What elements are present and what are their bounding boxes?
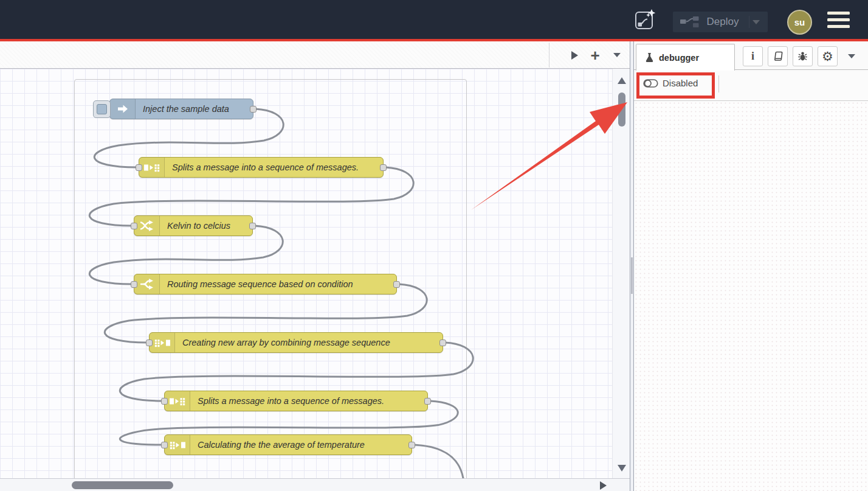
scroll-tabs-right-button[interactable] bbox=[564, 41, 585, 69]
sidebar-tabs: debugger i ⚙ bbox=[634, 41, 868, 70]
join-icon bbox=[150, 333, 175, 352]
flow-tabbar: + bbox=[0, 41, 630, 69]
inject-trigger-button[interactable] bbox=[93, 100, 111, 118]
sidebar-tab-debugger[interactable]: debugger bbox=[636, 44, 735, 71]
shuffle-icon bbox=[134, 216, 160, 235]
node-output-port[interactable] bbox=[393, 281, 400, 288]
sidebar-more-tabs-button[interactable] bbox=[845, 51, 858, 61]
flow-canvas[interactable]: Inject the sample dataSplits a message i… bbox=[0, 69, 630, 478]
user-avatar[interactable]: su bbox=[787, 10, 812, 35]
gear-icon: ⚙ bbox=[822, 50, 833, 63]
header-bar: Deploy su bbox=[0, 0, 868, 39]
hamburger-menu-icon bbox=[827, 12, 850, 28]
flow-assistant-icon bbox=[633, 8, 656, 31]
deploy-options-button[interactable] bbox=[749, 16, 763, 28]
fork-icon bbox=[134, 274, 160, 294]
node-input-port[interactable] bbox=[146, 340, 153, 346]
flow-node-change[interactable]: Kelvin to celcius bbox=[134, 215, 253, 236]
toolbar-separator bbox=[718, 75, 719, 92]
deploy-nodes-icon bbox=[680, 16, 699, 28]
vertical-scrollbar-thumb[interactable] bbox=[618, 92, 625, 127]
node-output-port[interactable] bbox=[439, 340, 446, 346]
node-input-port[interactable] bbox=[136, 164, 142, 171]
chevron-down-icon bbox=[752, 19, 760, 25]
sidebar: debugger i ⚙ Disabled bbox=[634, 41, 868, 491]
node-output-port[interactable] bbox=[408, 442, 415, 448]
add-flow-button[interactable]: + bbox=[585, 41, 605, 69]
node-label: Routing message sequence based on condit… bbox=[160, 279, 360, 289]
sidebar-tab-debug-button[interactable] bbox=[793, 46, 813, 66]
flow-node-split[interactable]: Splits a message into a sequence of mess… bbox=[139, 157, 384, 178]
split-icon bbox=[165, 391, 190, 411]
debugger-toolbar: Disabled bbox=[634, 70, 868, 101]
triangle-up-icon bbox=[617, 77, 627, 85]
node-input-port[interactable] bbox=[131, 223, 137, 229]
deploy-button[interactable]: Deploy bbox=[673, 12, 768, 32]
vertical-scrollbar[interactable] bbox=[612, 69, 630, 478]
flow-node-switch[interactable]: Routing message sequence based on condit… bbox=[134, 274, 397, 294]
flow-node-inject[interactable]: Inject the sample data bbox=[109, 99, 253, 119]
node-input-port[interactable] bbox=[161, 442, 168, 448]
inject-trigger-inner bbox=[97, 104, 107, 114]
flow-list-button[interactable] bbox=[608, 41, 626, 69]
debugger-toggle-label: Disabled bbox=[663, 78, 698, 88]
chevron-down-icon bbox=[847, 54, 856, 59]
chevron-down-icon bbox=[613, 52, 621, 58]
node-label: Splits a message into a sequence of mess… bbox=[165, 162, 366, 172]
scroll-up-button[interactable] bbox=[617, 76, 627, 85]
node-output-port[interactable] bbox=[424, 398, 431, 405]
node-output-port[interactable] bbox=[250, 106, 257, 113]
sidebar-tab-label: debugger bbox=[659, 53, 699, 63]
split-icon bbox=[139, 158, 165, 177]
node-label: Calculating the the average of temperatu… bbox=[190, 440, 372, 450]
plus-icon: + bbox=[590, 47, 599, 63]
flow-node-join[interactable]: Creating new array by combining message … bbox=[149, 332, 443, 353]
sidebar-tab-help-button[interactable] bbox=[768, 46, 788, 66]
toggle-off-icon bbox=[643, 78, 658, 88]
node-label: Kelvin to celcius bbox=[160, 221, 238, 231]
node-label: Creating new array by combining message … bbox=[175, 338, 398, 347]
debugger-panel-content bbox=[634, 101, 868, 491]
divider-grip[interactable] bbox=[631, 257, 633, 294]
triangle-down-icon bbox=[617, 464, 627, 472]
triangle-right-icon bbox=[599, 481, 607, 490]
bug-icon bbox=[797, 51, 808, 61]
scroll-down-button[interactable] bbox=[617, 464, 627, 473]
node-label: Splits a message into a sequence of mess… bbox=[190, 396, 391, 406]
node-output-port[interactable] bbox=[380, 164, 387, 171]
node-output-port[interactable] bbox=[249, 223, 256, 229]
tabbar-separator bbox=[549, 43, 549, 68]
node-input-port[interactable] bbox=[131, 281, 137, 288]
flow-assistant-button[interactable] bbox=[632, 0, 658, 39]
inject-arrow-icon bbox=[110, 99, 136, 119]
sidebar-tab-info-button[interactable]: i bbox=[743, 46, 763, 66]
book-icon bbox=[773, 51, 783, 61]
flow-node-join[interactable]: Calculating the the average of temperatu… bbox=[164, 434, 412, 455]
sidebar-tab-config-button[interactable]: ⚙ bbox=[818, 46, 838, 66]
join-icon bbox=[165, 435, 190, 454]
debugger-enable-toggle[interactable]: Disabled bbox=[643, 78, 698, 88]
flask-icon bbox=[645, 52, 654, 63]
main-area: + Inject the sample dataSplits a message… bbox=[0, 41, 868, 491]
horizontal-scrollbar[interactable] bbox=[0, 478, 630, 491]
main-menu-button[interactable] bbox=[827, 0, 850, 39]
info-icon: i bbox=[751, 50, 754, 62]
node-label: Inject the sample data bbox=[136, 104, 236, 114]
node-input-port[interactable] bbox=[161, 398, 168, 405]
scroll-right-button[interactable] bbox=[598, 481, 608, 490]
horizontal-scrollbar-thumb[interactable] bbox=[72, 481, 173, 489]
flow-node-split[interactable]: Splits a message into a sequence of mess… bbox=[164, 391, 428, 411]
triangle-right-icon bbox=[571, 50, 579, 60]
deploy-button-label: Deploy bbox=[705, 16, 740, 28]
sidebar-resize-divider[interactable] bbox=[630, 41, 634, 491]
